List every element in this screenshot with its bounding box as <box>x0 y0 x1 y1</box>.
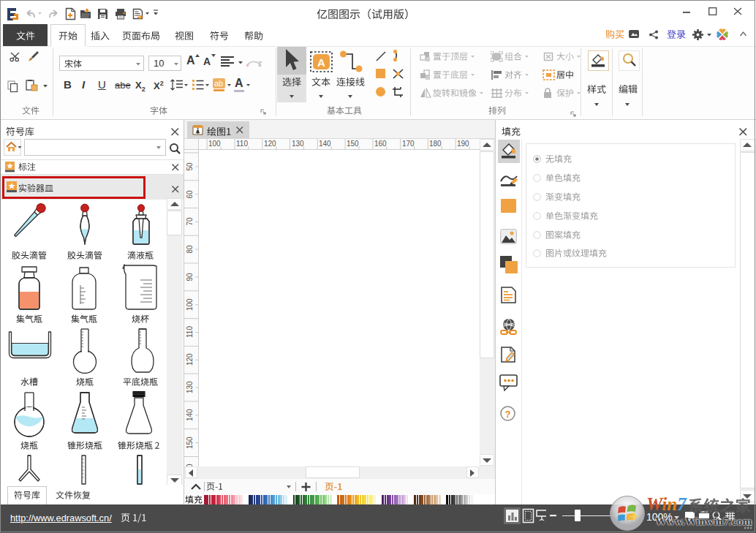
svg-text:A: A <box>317 56 325 69</box>
svg-text:ab: ab <box>214 79 223 88</box>
svg-text:?: ? <box>505 409 511 420</box>
